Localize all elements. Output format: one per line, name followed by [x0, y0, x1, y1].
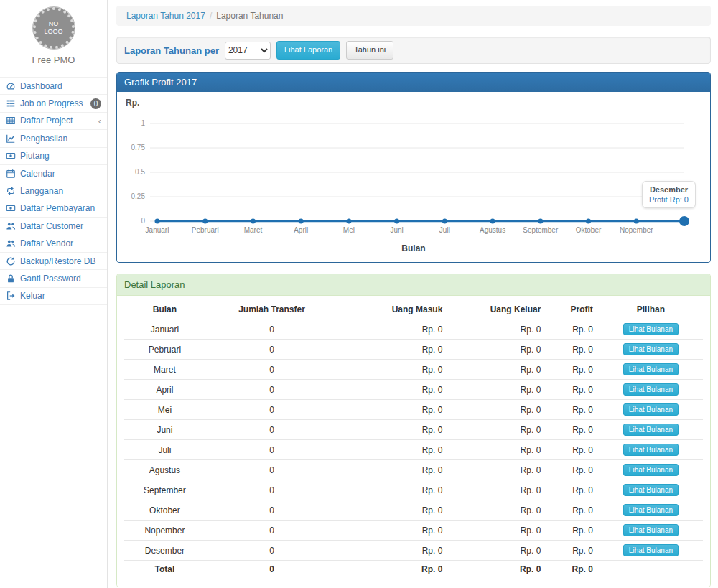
users-icon: [6, 221, 16, 231]
sidebar-item-ganti-password[interactable]: Ganti Password: [0, 270, 107, 287]
lihat-bulanan-button[interactable]: Lihat Bulanan: [623, 484, 679, 496]
data-point[interactable]: [202, 219, 208, 224]
tahun-ini-button[interactable]: Tahun ini: [346, 41, 393, 59]
lihat-bulanan-button[interactable]: Lihat Bulanan: [623, 424, 679, 436]
y-tick-label: 0.75: [131, 144, 146, 151]
lihat-bulanan-button[interactable]: Lihat Bulanan: [623, 403, 679, 416]
cell-bulan: April: [124, 380, 205, 400]
cell-uang-keluar: Rp. 0: [448, 500, 546, 521]
cell-uang-keluar: Rp. 0: [448, 480, 546, 500]
lihat-bulanan-button[interactable]: Lihat Bulanan: [623, 363, 679, 375]
x-tick-label: Agustus: [480, 226, 505, 234]
x-tick-label: Nopember: [620, 226, 653, 234]
sidebar-item-daftar-project[interactable]: Daftar Project ‹: [0, 113, 107, 130]
list-icon: [6, 98, 16, 108]
cell-uang-masuk: Rp. 0: [338, 340, 448, 360]
cell-jumlah-transfer: 0: [205, 541, 338, 561]
y-tick-label: 1: [141, 119, 145, 127]
cell-pilihan: Lihat Bulanan: [599, 340, 703, 360]
table-row: Desember0Rp. 0Rp. 0Rp. 0Lihat Bulanan: [124, 541, 703, 561]
lihat-bulanan-button[interactable]: Lihat Bulanan: [623, 323, 679, 335]
cell-bulan: Maret: [124, 360, 205, 380]
col-header-uang-keluar: Uang Keluar: [448, 300, 546, 319]
cell-profit: Rp. 0: [546, 319, 599, 340]
lihat-bulanan-button[interactable]: Lihat Bulanan: [623, 464, 679, 476]
sidebar-item-penghasilan[interactable]: Penghasilan: [0, 130, 107, 147]
data-point[interactable]: [634, 219, 639, 224]
annual-report-form: Laporan Tahunan per 2017 Lihat Laporan T…: [116, 37, 711, 64]
data-point[interactable]: [679, 216, 689, 226]
cell-profit: Rp. 0: [546, 380, 599, 400]
users-icon: [6, 238, 16, 248]
cell-uang-masuk: Rp. 0: [338, 480, 448, 500]
lihat-bulanan-button[interactable]: Lihat Bulanan: [623, 383, 679, 396]
table-row: Januari0Rp. 0Rp. 0Rp. 0Lihat Bulanan: [124, 319, 703, 340]
sidebar-item-daftar-pembayaran[interactable]: Daftar Pembayaran: [0, 200, 107, 218]
detail-report-panel: Detail Laporan Bulan Jumlah Transfer Uan…: [116, 274, 711, 587]
sidebar-item-daftar-vendor[interactable]: Daftar Vendor: [0, 235, 107, 253]
table-row: Maret0Rp. 0Rp. 0Rp. 0Lihat Bulanan: [124, 360, 703, 380]
sidebar-item-label: Daftar Customer: [20, 221, 83, 231]
cell-uang-masuk: Rp. 0: [338, 541, 448, 561]
cell-jumlah-transfer: 0: [205, 420, 338, 440]
cell-profit: Rp. 0: [546, 340, 599, 360]
lihat-bulanan-button[interactable]: Lihat Bulanan: [623, 524, 679, 536]
lihat-bulanan-button[interactable]: Lihat Bulanan: [623, 343, 679, 355]
cell-bulan: Desember: [124, 541, 205, 561]
cell-bulan: Juli: [124, 440, 205, 460]
table-row: Mei0Rp. 0Rp. 0Rp. 0Lihat Bulanan: [124, 400, 703, 420]
breadcrumb: Laporan Tahun 2017/Laporan Tahunan: [116, 6, 711, 26]
data-point[interactable]: [299, 219, 304, 224]
data-point[interactable]: [586, 219, 591, 224]
cell-profit: Rp. 0: [546, 480, 599, 500]
cell-uang-masuk: Rp. 0: [338, 460, 448, 480]
total-cell: Rp. 0: [546, 561, 599, 579]
chart-panel-title: Grafik Profit 2017: [117, 73, 710, 92]
col-header-bulan: Bulan: [124, 300, 205, 319]
cell-jumlah-transfer: 0: [205, 360, 338, 380]
sidebar-item-keluar[interactable]: Keluar: [0, 288, 107, 305]
cell-uang-keluar: Rp. 0: [448, 319, 546, 340]
cell-bulan: Juni: [124, 420, 205, 440]
data-point[interactable]: [251, 219, 256, 224]
sidebar-item-langganan[interactable]: Langganan: [0, 182, 107, 200]
data-point[interactable]: [442, 219, 447, 224]
sidebar-item-piutang[interactable]: Piutang: [0, 148, 107, 165]
sidebar-item-job-on-progress[interactable]: Job on Progress 0: [0, 95, 107, 112]
profit-line-chart[interactable]: 10.750.50.250JanuariPebruariMaretAprilMe…: [126, 109, 701, 240]
lihat-bulanan-button[interactable]: Lihat Bulanan: [623, 544, 679, 556]
cell-pilihan: Lihat Bulanan: [599, 541, 703, 561]
cell-uang-keluar: Rp. 0: [448, 460, 546, 480]
data-point[interactable]: [490, 219, 495, 224]
lihat-laporan-button[interactable]: Lihat Laporan: [276, 41, 340, 59]
sidebar-item-label: Penghasilan: [20, 134, 67, 144]
cell-profit: Rp. 0: [546, 460, 599, 480]
data-point[interactable]: [538, 219, 543, 224]
cell-uang-masuk: Rp. 0: [338, 319, 448, 340]
cell-bulan: Agustus: [124, 460, 205, 480]
breadcrumb-link-laporan-tahun[interactable]: Laporan Tahun 2017: [126, 11, 205, 21]
cell-pilihan: Lihat Bulanan: [599, 521, 703, 541]
data-point[interactable]: [155, 219, 160, 224]
tooltip-month: Desember: [649, 185, 689, 194]
table-header-row: Bulan Jumlah Transfer Uang Masuk Uang Ke…: [124, 300, 703, 319]
data-point[interactable]: [346, 219, 351, 224]
sidebar-item-calendar[interactable]: Calendar: [0, 165, 107, 182]
data-point[interactable]: [394, 219, 399, 224]
x-tick-label: September: [523, 226, 559, 234]
sidebar-item-backup-restore-db[interactable]: Backup/Restore DB: [0, 253, 107, 270]
lihat-bulanan-button[interactable]: Lihat Bulanan: [623, 504, 679, 516]
sidebar-item-dashboard[interactable]: Dashboard: [0, 78, 107, 95]
cell-jumlah-transfer: 0: [205, 500, 338, 521]
refresh-icon: [6, 256, 16, 266]
sidebar-item-daftar-customer[interactable]: Daftar Customer: [0, 218, 107, 235]
no-logo-badge: NO LOGO: [33, 7, 75, 49]
cell-profit: Rp. 0: [546, 541, 599, 561]
cell-uang-masuk: Rp. 0: [338, 500, 448, 521]
cell-jumlah-transfer: 0: [205, 340, 338, 360]
year-select[interactable]: 2017: [225, 42, 271, 60]
money-icon: [6, 203, 16, 213]
calendar-icon: [6, 169, 16, 179]
lihat-bulanan-button[interactable]: Lihat Bulanan: [623, 444, 679, 456]
cell-uang-masuk: Rp. 0: [338, 400, 448, 420]
